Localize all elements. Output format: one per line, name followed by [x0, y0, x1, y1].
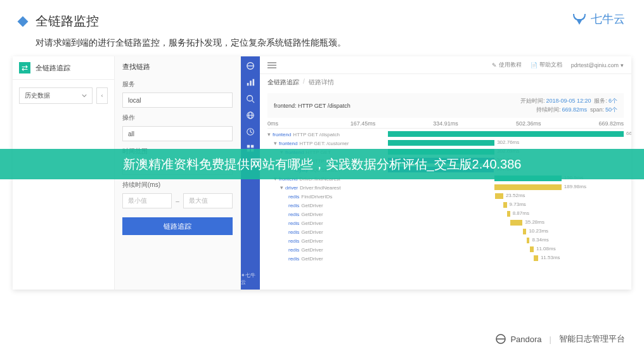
svg-rect-12 — [251, 145, 254, 148]
service-label: 服务 — [122, 80, 233, 89]
clock-icon[interactable] — [246, 127, 255, 136]
span-row[interactable]: redis GetDriver8.87ms — [260, 210, 631, 219]
hamburger-icon[interactable] — [267, 62, 276, 68]
help-link[interactable]: 📄帮助文档 — [531, 61, 562, 69]
breadcrumb: 全链路追踪 / 链路详情 — [260, 74, 631, 91]
tutorial-link[interactable]: ✎使用教程 — [492, 61, 522, 69]
crumb-current: 链路详情 — [309, 78, 334, 87]
svg-rect-3 — [250, 80, 252, 86]
user-menu[interactable]: pdrtest@qiniu.com▾ — [571, 62, 624, 68]
crumb-root[interactable]: 全链路追踪 — [267, 78, 299, 87]
module-icon: ⇄ — [19, 62, 30, 73]
span-row[interactable]: redis GetDriver11.08ms — [260, 245, 631, 254]
page-title: 全链路监控 — [35, 13, 99, 30]
span-row[interactable]: ▾frontend HTTP GET /dispatch669.82ms — [260, 130, 631, 139]
rail-brand: ✦七牛云 — [241, 272, 260, 286]
overlay-banner: 新澳精准资料免费提供网站有哪些，实践数据分析评估_交互版2.40.386 — [0, 149, 644, 179]
span-row[interactable]: redis GetDriver9.73ms — [260, 201, 631, 210]
max-duration-input[interactable]: 最大值 — [183, 193, 233, 208]
svg-rect-11 — [247, 145, 250, 148]
span-row[interactable]: redis FindDriverIDs23.52ms — [260, 192, 631, 201]
logo-text: 七牛云 — [591, 11, 625, 27]
svg-rect-2 — [247, 83, 249, 86]
history-select[interactable]: 历史数据 — [19, 87, 93, 104]
bull-icon — [570, 13, 588, 25]
service-select[interactable]: local — [122, 93, 233, 108]
search-icon[interactable] — [246, 94, 255, 103]
search-button[interactable]: 链路追踪 — [122, 217, 233, 235]
svg-line-6 — [252, 101, 255, 103]
span-row[interactable]: redis GetDriver35.28ms — [260, 219, 631, 227]
trace-title: frontend: HTTP GET /dispatch — [274, 103, 351, 109]
history-select-label: 历史数据 — [25, 91, 50, 100]
span-row[interactable]: redis GetDriver8.34ms — [260, 236, 631, 245]
footer-brand: Pandora — [510, 335, 541, 344]
globe-icon[interactable] — [246, 111, 255, 120]
span-row[interactable]: redis GetDriver10.23ms — [260, 227, 631, 236]
chevron-down-icon — [82, 93, 87, 98]
operation-select[interactable]: all — [122, 126, 233, 141]
chart-icon[interactable] — [246, 78, 255, 87]
diamond-bullet-icon — [18, 16, 29, 27]
qiniu-logo: 七牛云 — [570, 11, 625, 27]
span-row[interactable]: redis GetDriver11.53ms — [260, 254, 631, 263]
search-panel-title: 查找链路 — [122, 62, 233, 72]
span-row[interactable]: ▾driver Driver:findNearest189.98ms — [260, 183, 631, 192]
min-duration-input[interactable]: 最小值 — [122, 193, 172, 208]
trace-header: frontend: HTTP GET /dispatch 开始时间:2018-0… — [267, 93, 624, 118]
duration-label: 持续时间(ms) — [122, 181, 233, 189]
svg-rect-4 — [253, 79, 255, 86]
history-extra-button[interactable]: ‹ — [96, 87, 108, 104]
footer-tagline: 智能日志管理平台 — [559, 333, 625, 345]
sidebar-header: ⇄ 全链路追踪 — [13, 56, 114, 80]
footer: Pandora | 智能日志管理平台 — [495, 333, 625, 345]
rail-logo-icon[interactable] — [246, 61, 255, 70]
svg-point-5 — [247, 96, 253, 101]
pandora-icon — [495, 333, 506, 345]
span-row[interactable]: ▾frontend HTTP GET: /customer302.76ms — [260, 139, 631, 148]
dash-separator: – — [176, 198, 179, 205]
sidebar-title: 全链路追踪 — [35, 63, 70, 73]
trace-meta: 开始时间:2018-09-05 12:20 服务:6个 持续时间:669.82m… — [520, 97, 617, 114]
page-subtitle: 对请求端到端的进行全链路监控，服务拓扑发现，定位复杂系统链路性能瓶颈。 — [0, 35, 644, 56]
operation-label: 操作 — [122, 113, 233, 122]
topbar: ✎使用教程 📄帮助文档 pdrtest@qiniu.com▾ — [260, 56, 631, 74]
time-ruler: 0ms167.45ms334.91ms502.36ms669.82ms — [267, 120, 624, 129]
